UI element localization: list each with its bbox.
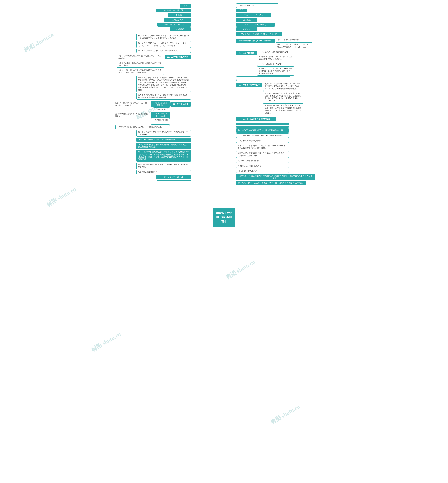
- article11-text: [236, 123, 289, 125]
- labor-prot-section: 三、劳动保护和劳动条件 第八条 甲方根据国家有关法律法规，建立安全生产制度，按照…: [236, 82, 303, 115]
- article14-text: 第十三条 乙方应届满解除合同，甲方应当结合施工实际情况，依法要求乙方完成工程任务…: [236, 151, 289, 158]
- sign-date2-label: [158, 180, 191, 181]
- party-b-id-label: 乙方 居民身份证号: [236, 23, 275, 27]
- applicable-label: （适用于建筑施工企业）: [236, 3, 278, 8]
- right-column: （适用于建筑施工企业） 乙方 甲方 法定代表人 施工地址 乙方 居民身份证号 家…: [227, 3, 315, 469]
- article18-text: 七、劳动争议的处及解决: [236, 169, 289, 173]
- legal-rep-r-label: 甲方 法定代表人: [236, 13, 271, 17]
- article7-text: [236, 76, 290, 78]
- wage-calc-group: 数额、甲方应按照月份计划完成的计划方的工程，推给乙方等级确认。 （1）施工里程量…: [114, 101, 170, 111]
- legal-rep-label: 签订日期：年 月 日: [156, 175, 191, 179]
- work-time-1: （）1、按标准工时制工作制（乙方每日工作时，每周工作40小时）: [117, 54, 164, 60]
- wage-section-label: 四、工资保险待遇: [170, 102, 191, 107]
- biz-reg-label: 工商注册机关: [165, 18, 191, 22]
- wage-total-sub: 2、施工里程总量计划工资: [151, 118, 170, 125]
- watermark-text-1: 树图 shutu.cn: [23, 31, 55, 54]
- sub6-text: 第十二条 乙方解除本合同，应当提前 日（3天以上30天以内）以书面形式通知甲方，…: [236, 144, 289, 150]
- article1-section: 第一条 劳动合同期限（乙方以下适选填写） （）1、有固定期限劳动合同： 本合同于…: [236, 38, 312, 49]
- overtime-clause: 第四条 实行计划工资制的，甲方安排乙方加班、节假日休、法规规定乙方依法享有的之外…: [136, 76, 191, 92]
- household-label: 户口所在地 省（市）区（县） 乡镇 村: [236, 32, 282, 36]
- wage-calc-sub: 1、施工里程量计价: [153, 107, 170, 111]
- seal-label: 第十六条 甲方依法制定的规章制度作为本劳动合同的附件，与劳动合同具有同等的法律效…: [236, 174, 315, 180]
- page-content: 树图 shutu.cn 树图 shutu.cn 树图 shutu.cn 树图 s…: [112, 0, 336, 472]
- article12-text: （二）严重失职、营私舞弊、对甲方利益造成重大损害的；: [236, 134, 289, 138]
- wage-calc-header: （1）施工里程量计 计取计资: [151, 101, 170, 107]
- usage-note-label: 第十八条 本合同一式二份，甲乙双方各执一份，自双方签字盖章之日起生效。: [236, 181, 306, 185]
- article3-text: 第三条 甲方安排乙方执行下列第 种工作时间制度。: [136, 49, 191, 53]
- article10-text: （一）在试用期间被证明不符合录用条件的；: [136, 137, 191, 142]
- watermark-text-3: 树图 shutu.cn: [45, 185, 78, 208]
- sub7-text: 六、当事人约定的其他内容: [236, 159, 289, 163]
- sign-date-label: 签订时期 年 月 日: [156, 8, 191, 12]
- labor-discipline-label: 五、劳动纪律和劳动合同的解除: [236, 117, 277, 121]
- sub-c-text: 第十五条 双方因履行本合同发生争议，应当自劳动争议发生之日起、60日内向有管辖权…: [136, 150, 191, 162]
- article17-text: 法定代表人或委托代理人: [136, 170, 191, 174]
- article2-text: 第二条 甲方招用乙方在 （项目名称）工程 中担任 岗位（工种）工作。乙方的岗位（…: [136, 41, 191, 48]
- r-prot3: 第八条 甲方须根据国家有关法律法规，建立安全生产制度，乙方应当遵守甲方的劳动安全…: [263, 103, 303, 115]
- r-prot1: 第八条 甲方根据国家有关法律法规，建立安全生产制度，按照规定提供给乙方必要的劳动…: [263, 82, 303, 91]
- r-prot2: 甲方为乙方提供的宿舍、食堂、饮用水、洗浴、公路等基本生活条件符合政府安全、卫生要…: [263, 91, 303, 103]
- article9-text: 第十条 乙方应严格遵守甲方的各项规程制度、劳动纪律和安全技术操作规程。: [136, 130, 191, 137]
- article13-text: （四）被依法追究刑事责任的。: [236, 139, 289, 143]
- labor-period-section: 二、劳动合同期限 （）2、以完成一定工作为期限的合同。 本合同有效期限为 年 月…: [236, 50, 294, 76]
- r-item1-detail: 本合同于 年 月 日生效，于 年 月日终止，其中试用期 年 月 日止。: [276, 42, 312, 49]
- work-content-section-label: 二、工作内容和工作时间: [165, 55, 191, 59]
- safety-item-text: [236, 79, 290, 81]
- r-period2: （）3、无固定期限劳动合同：: [257, 62, 294, 66]
- r-period1-detail: 本合同有效期限为 年 月 日，乙方完成工作任务劳动合同自然终止。: [257, 55, 294, 61]
- wage-total-detail: 资，双方约定施工里程单价不得低于江西省规定报酬人。: [114, 112, 151, 118]
- center-title: 建筑施工企业用工劳动合同范本: [213, 208, 235, 227]
- r-period2-detail: 本合同于 年 月 日生效，法规规定的提前解除（终止）合同条件出现时，其中一方可以…: [257, 66, 294, 76]
- work-time-2: （）2、按月综合计算工时工作制（乙方每月工作不超过167．4小时）: [117, 61, 164, 68]
- sub-a-text: （三）严重违反总包单位和甲方的施工规规安全管理规定及施工质量管理规范的。: [136, 143, 191, 149]
- party-b-label: 乙方: [236, 8, 247, 12]
- article8-text: 第八条 双方约定的工资不得低于政府颁布的当地或行业最低工资标准及本合同上主要条与…: [136, 93, 191, 100]
- wage-section: 数额、甲方应按照月份计划完成的计划方的工程，推给乙方等级确认。 （1）施工里程量…: [112, 101, 191, 129]
- r-period1: （）2、以完成一定工作为期限的合同。: [257, 50, 294, 54]
- party-a-row: 甲方: [180, 4, 191, 8]
- wage-stop-text: 甲方在劳动合同终止、解除后五天内应当一次性付清乙方的工资。: [115, 125, 170, 129]
- left-column: 甲方 签订时期 年 月 日 企业地址 工商注册机关 出生日期 年 月 日 邮政编…: [112, 3, 200, 469]
- r-item1: （）1、有固定期限劳动合同：: [276, 38, 312, 42]
- wage-calc-label: 数额、甲方应按照月份计划完成的计划方的工程，推给乙方等级确认。: [114, 101, 151, 107]
- r-sub-b-text: [236, 126, 289, 127]
- home-addr-label: 家庭住址: [236, 27, 257, 31]
- site-addr-label: 施工地址: [236, 18, 257, 22]
- wage-total-group: 资，双方约定施工里程单价不得低于江西省规定报酬人。 （2）施工里程总量 份 计划…: [114, 112, 170, 125]
- postal-code-label: 邮政编码: [170, 27, 191, 31]
- company-addr-label: 企业地址: [168, 13, 191, 17]
- birth-date-label: 出生日期 年 月 日: [158, 23, 191, 27]
- work-time-3: （）3、执行不定时工作制（在确定完成整为工作任务情况下，乙方自行安排工作时间的制…: [117, 68, 164, 75]
- r-sub-d-text: 第十一条 乙方有下列情形之一，甲方可以解除本合同：: [236, 128, 289, 133]
- work-time-section: （）1、按标准工时制工作制（乙方每日工作时，每周工作40小时） （）2、按月综合…: [112, 54, 191, 75]
- article16-text: 第十四条 乙方约定的其他内容: [236, 164, 289, 168]
- labor-period-label: 二、劳动合同期限: [236, 51, 256, 55]
- labor-prot-label: 三、劳动保护和劳动条件: [236, 83, 262, 87]
- preamble-text: 根据《中华人民共和国劳动法》和有关规定，甲乙双方经平等协商一致，自愿签订本合同，…: [136, 34, 191, 40]
- party-a-label: 甲方: [180, 4, 191, 8]
- wage-total-header: （2）施工里程总量 份 计划工资: [151, 112, 170, 118]
- article1-label: 第一条 劳动合同期限（乙方以下适选填写）: [236, 39, 275, 43]
- center-column: 建筑施工企业用工劳动合同范本: [200, 3, 227, 469]
- article15-text: 第十七条 本合同未尽事宜或国家、江西省规定相抵的，按照有关规定执行。: [136, 163, 191, 169]
